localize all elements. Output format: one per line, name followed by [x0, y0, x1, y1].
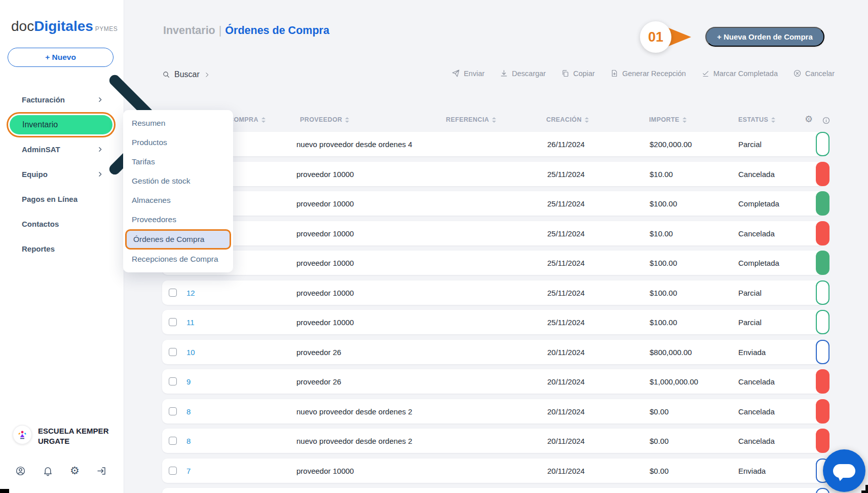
sidebar-item-label: Contactos [22, 220, 59, 228]
sort-icon [345, 117, 349, 123]
table-row[interactable]: 9proveedor 2620/11/2024$1,000,000.00Canc… [162, 369, 825, 394]
app-window: docDigitalesPYMES + Nuevo FacturaciónInv… [0, 0, 868, 493]
chevron-right-icon [97, 171, 103, 178]
status-pill [816, 162, 829, 186]
table-row[interactable]: proveedor 1000025/11/2024$10.00Cancelada [162, 162, 825, 186]
column-header-compra[interactable]: COMPRA [229, 116, 266, 123]
order-number-link[interactable]: 8 [186, 437, 191, 445]
toolbar-action-marcar-completada[interactable]: Marcar Completada [701, 69, 778, 78]
status-pill [816, 369, 829, 394]
order-number-link[interactable]: 9 [186, 377, 191, 386]
proveedor-cell: nuevo proveedor desde ordenes 2 [296, 407, 412, 416]
table-row[interactable] [162, 488, 825, 493]
estatus-cell: Cancelada [738, 170, 775, 179]
table-row[interactable]: proveedor 1000025/11/2024$100.00Completa… [162, 191, 825, 216]
order-number-link[interactable]: 12 [186, 289, 195, 297]
status-pill [816, 221, 829, 245]
column-header-importe[interactable]: IMPORTE [649, 116, 687, 123]
order-number-link[interactable]: 7 [186, 467, 191, 475]
column-header-label: ESTATUS [738, 116, 768, 123]
proveedor-cell: nuevo proveedor desde ordenes 4 [296, 140, 412, 149]
importe-cell: $100.00 [650, 259, 677, 267]
proveedor-cell: proveedor 10000 [296, 289, 354, 297]
row-checkbox[interactable] [169, 407, 177, 415]
table-row[interactable]: 11proveedor 1000025/11/2024$100.00Parcia… [162, 310, 825, 334]
bell-icon[interactable] [43, 466, 53, 476]
table-row[interactable]: proveedor 1000025/11/2024$10.00Cancelada [162, 221, 825, 245]
mark-complete-icon [701, 69, 710, 78]
table-row[interactable]: nuevo proveedor desde ordenes 426/11/202… [162, 132, 825, 156]
toolbar-action-copiar[interactable]: Copiar [561, 69, 595, 78]
submenu-item-productos[interactable]: Productos [123, 133, 233, 152]
order-number-link[interactable]: 10 [186, 348, 195, 357]
sidebar-item-label: AdminSAT [22, 145, 60, 154]
column-settings-gear-icon[interactable]: ⚙ [805, 115, 813, 124]
status-pill [816, 429, 829, 453]
submenu-item-label: Recepciones de Compra [132, 255, 218, 264]
submenu-item-tarifas[interactable]: Tarifas [123, 152, 233, 171]
status-pill [816, 310, 829, 334]
proveedor-cell: proveedor 10000 [296, 318, 354, 327]
active-item-pill: Inventario [10, 115, 112, 134]
creacion-cell: 20/11/2024 [547, 437, 585, 445]
order-number-link[interactable]: 11 [186, 318, 195, 327]
new-purchase-order-button[interactable]: + Nueva Orden de Compra [705, 27, 824, 47]
submenu-item-label: Productos [132, 138, 167, 147]
row-checkbox[interactable] [169, 377, 177, 385]
sort-icon [683, 117, 687, 123]
toolbar-action-label: Copiar [573, 69, 595, 78]
chat-widget-button[interactable] [823, 449, 865, 492]
table-row[interactable]: 8nuevo proveedor desde ordenes 220/11/20… [162, 399, 825, 424]
importe-cell: $0.00 [650, 437, 669, 445]
cancel-icon [793, 69, 802, 78]
column-header-referencia[interactable]: REFERENCIA [446, 116, 496, 123]
table-row[interactable]: 10proveedor 2620/11/2024$800,000.00Envia… [162, 340, 825, 364]
proveedor-cell: proveedor 10000 [296, 199, 354, 208]
user-account[interactable]: ESCUELA KEMPER URGATE [13, 425, 117, 446]
table-row[interactable]: proveedor 1000025/11/2024$100.00Completa… [162, 251, 825, 275]
profile-icon[interactable] [15, 466, 26, 476]
toolbar-action-descargar[interactable]: Descargar [500, 69, 546, 78]
estatus-cell: Cancelada [738, 437, 775, 445]
submenu-item-label: Órdenes de Compra [133, 235, 204, 244]
column-header-creacion[interactable]: CREACIÓN [546, 116, 589, 123]
status-pill [816, 191, 829, 216]
row-checkbox[interactable] [169, 348, 177, 356]
estatus-cell: Completada [738, 259, 779, 267]
toolbar-action-generar-recepcion[interactable]: Generar Recepción [610, 69, 686, 78]
column-header-estatus[interactable]: ESTATUS [738, 116, 775, 123]
gear-icon[interactable]: ⚙ [70, 466, 80, 476]
sidebar-item-reportes[interactable]: Reportes [0, 236, 124, 261]
submenu-item-gestion-de-stock[interactable]: Gestión de stock [123, 171, 233, 191]
sidebar-item-inventario[interactable]: Inventario [0, 112, 124, 137]
info-icon[interactable] [822, 116, 831, 125]
sidebar-item-contactos[interactable]: Contactos [0, 212, 124, 236]
importe-cell: $10.00 [650, 170, 673, 179]
toolbar-action-cancelar[interactable]: Cancelar [793, 69, 835, 78]
column-header-proveedor[interactable]: PROVEEDOR [300, 116, 349, 123]
order-number-link[interactable]: 8 [186, 407, 191, 416]
inventario-submenu: ResumenProductosTarifasGestión de stockA… [123, 110, 233, 272]
sidebar-item-label: Pagos en Línea [22, 195, 78, 203]
logout-icon[interactable] [96, 466, 107, 476]
row-checkbox[interactable] [169, 289, 177, 297]
row-checkbox[interactable] [169, 467, 177, 475]
importe-cell: $100.00 [650, 199, 677, 208]
table-row[interactable]: 12proveedor 1000025/11/2024$100.00Parcia… [162, 280, 825, 305]
toolbar-action-enviar[interactable]: Enviar [451, 69, 484, 78]
submenu-item-resumen[interactable]: Resumen [123, 114, 233, 133]
importe-cell: $100.00 [650, 318, 677, 327]
submenu-item-ordenes-de-compra[interactable]: Órdenes de Compra [125, 229, 231, 250]
breadcrumb-section: Inventario [163, 24, 215, 37]
table-row[interactable]: 7proveedor 1000020/11/2024$0.00Enviada [162, 459, 825, 483]
proveedor-cell: proveedor 10000 [296, 170, 354, 179]
submenu-item-proveedores[interactable]: Proveedores [123, 210, 233, 229]
estatus-cell: Parcial [738, 289, 762, 297]
row-checkbox[interactable] [169, 318, 177, 326]
importe-cell: $0.00 [650, 467, 669, 475]
table-row[interactable]: 8nuevo proveedor desde ordenes 220/11/20… [162, 429, 825, 453]
submenu-item-almacenes[interactable]: Almacenes [123, 191, 233, 210]
row-checkbox[interactable] [169, 437, 177, 445]
breadcrumb: Inventario|Órdenes de Compra [163, 24, 329, 37]
submenu-item-recepciones-de-compra[interactable]: Recepciones de Compra [123, 250, 233, 269]
